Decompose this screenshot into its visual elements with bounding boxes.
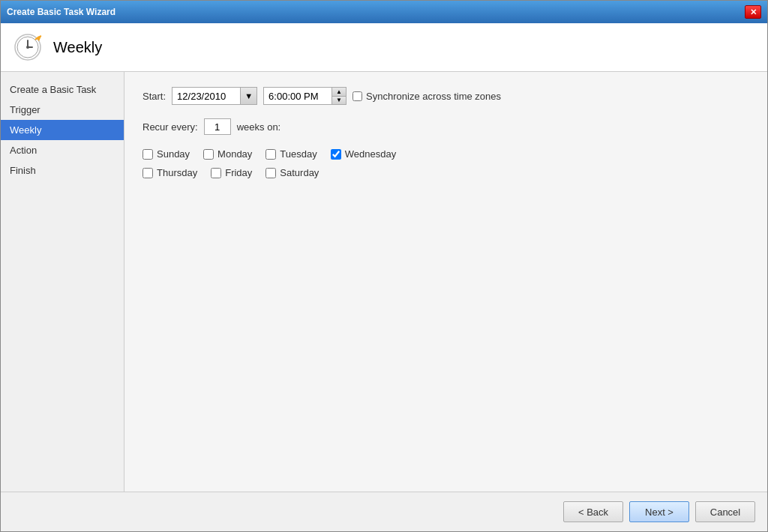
time-down-button[interactable]: ▼	[332, 97, 346, 105]
start-label: Start:	[142, 91, 166, 102]
svg-point-4	[26, 46, 29, 49]
sidebar: Create a Basic Task Trigger Weekly Actio…	[1, 72, 124, 492]
tuesday-label: Tuesday	[280, 148, 316, 160]
sync-row: Synchronize across time zones	[352, 91, 501, 102]
sidebar-item-action[interactable]: Action	[1, 140, 124, 160]
time-input[interactable]: ▲ ▼	[263, 87, 346, 105]
day-wednesday: Wednesday	[331, 148, 396, 160]
footer: < Back Next > Cancel	[1, 492, 767, 531]
wizard-window: Create Basic Task Wizard ✕ Weekly Create…	[0, 0, 768, 532]
sunday-label: Sunday	[157, 148, 190, 160]
main-area: Create a Basic Task Trigger Weekly Actio…	[1, 72, 767, 492]
tuesday-checkbox[interactable]	[266, 149, 276, 160]
day-thursday: Thursday	[142, 167, 197, 178]
cancel-button[interactable]: Cancel	[695, 501, 755, 522]
recur-label-after: weeks on:	[237, 121, 281, 133]
day-tuesday: Tuesday	[266, 148, 316, 160]
next-button[interactable]: Next >	[629, 501, 689, 522]
calendar-button[interactable]: ▼	[240, 88, 256, 104]
day-sunday: Sunday	[142, 148, 190, 160]
days-row-1: Sunday Monday Tuesday Wednesday	[142, 148, 749, 160]
header-section: Weekly	[1, 23, 767, 72]
close-button[interactable]: ✕	[745, 5, 761, 19]
page-title: Weekly	[53, 39, 102, 56]
date-field[interactable]	[172, 89, 240, 103]
time-spinner: ▲ ▼	[332, 88, 346, 104]
title-bar: Create Basic Task Wizard ✕	[1, 1, 767, 23]
start-row: Start: ▼ ▲ ▼ Synchronize across time zon…	[142, 87, 749, 105]
saturday-checkbox[interactable]	[266, 168, 276, 178]
day-friday: Friday	[211, 167, 252, 178]
time-field[interactable]	[264, 89, 332, 103]
sidebar-item-trigger[interactable]: Trigger	[1, 100, 124, 120]
recur-row: Recur every: weeks on:	[142, 118, 749, 135]
days-row-2: Thursday Friday Saturday	[142, 167, 749, 178]
title-bar-title: Create Basic Task Wizard	[7, 7, 116, 17]
wednesday-checkbox[interactable]	[331, 149, 341, 160]
sunday-checkbox[interactable]	[142, 149, 153, 160]
sync-label[interactable]: Synchronize across time zones	[366, 91, 501, 102]
day-saturday: Saturday	[266, 167, 319, 178]
friday-label: Friday	[225, 167, 252, 178]
title-bar-text: Create Basic Task Wizard	[7, 7, 116, 17]
monday-checkbox[interactable]	[203, 149, 214, 160]
sync-checkbox[interactable]	[352, 91, 362, 101]
day-monday: Monday	[203, 148, 252, 160]
sidebar-item-weekly[interactable]: Weekly	[1, 120, 124, 140]
back-button[interactable]: < Back	[563, 501, 623, 522]
days-section: Sunday Monday Tuesday Wednesday	[142, 148, 749, 178]
recur-label-before: Recur every:	[142, 121, 198, 133]
thursday-checkbox[interactable]	[142, 168, 153, 178]
date-input[interactable]: ▼	[172, 87, 257, 105]
recur-input[interactable]	[204, 118, 231, 135]
monday-label: Monday	[218, 148, 252, 160]
wednesday-label: Wednesday	[345, 148, 396, 160]
thursday-label: Thursday	[157, 167, 197, 178]
time-up-button[interactable]: ▲	[332, 88, 346, 97]
sidebar-item-create-basic-task[interactable]: Create a Basic Task	[1, 79, 124, 100]
content-area: Start: ▼ ▲ ▼ Synchronize across time zon…	[124, 72, 767, 492]
saturday-label: Saturday	[280, 167, 319, 178]
friday-checkbox[interactable]	[211, 168, 221, 178]
task-icon	[13, 32, 43, 62]
title-bar-controls: ✕	[745, 5, 761, 19]
sidebar-item-finish[interactable]: Finish	[1, 160, 124, 181]
